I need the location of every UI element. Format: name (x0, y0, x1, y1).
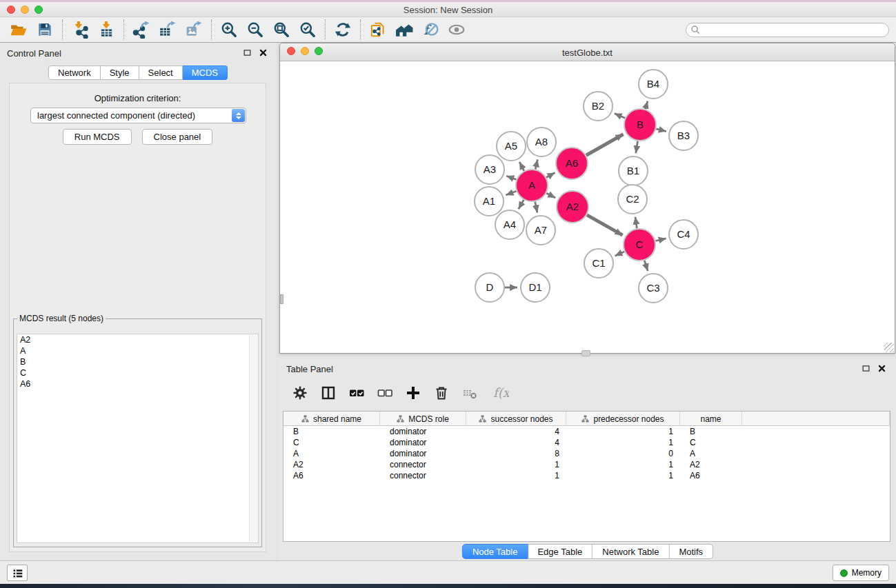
table-row[interactable]: A2connector11A2 (283, 459, 890, 470)
run-mcds-button[interactable]: Run MCDS (63, 129, 132, 145)
task-history-button[interactable] (7, 565, 28, 581)
open-session-button[interactable] (8, 19, 29, 40)
node-C3[interactable]: C3 (639, 274, 668, 303)
tab-motifs[interactable]: Motifs (669, 544, 713, 559)
export-image-button[interactable] (183, 19, 204, 40)
tab-node-table[interactable]: Node Table (462, 544, 528, 559)
node-D[interactable]: D (475, 273, 504, 302)
window-resize-grip[interactable] (884, 343, 894, 352)
edge-B-B2[interactable] (615, 114, 625, 119)
edge-B-B3[interactable] (656, 129, 666, 132)
node-C2[interactable]: C2 (618, 185, 647, 214)
node-A3[interactable]: A3 (475, 155, 504, 184)
edge-A-A5[interactable] (519, 162, 524, 171)
memory-button[interactable]: Memory (833, 565, 889, 581)
mcds-result-item[interactable]: B (17, 356, 258, 367)
node-A7[interactable]: A7 (526, 216, 555, 245)
select-all-button[interactable] (347, 383, 366, 403)
node-A1[interactable]: A1 (475, 187, 504, 216)
edge-C-C1[interactable] (615, 252, 625, 256)
node-B[interactable]: B (624, 109, 656, 141)
table-row[interactable]: Adominator80A (283, 448, 890, 459)
close-table-panel-icon[interactable] (877, 364, 886, 373)
refresh-button[interactable] (332, 19, 353, 40)
clear-selection-button[interactable] (375, 383, 395, 403)
open-recent-session-button[interactable] (368, 19, 388, 40)
toggle-function-button[interactable]: f (420, 19, 441, 40)
table-row[interactable]: A6connector11A6 (283, 470, 890, 481)
edge-A-A6[interactable] (546, 173, 555, 178)
node-C4[interactable]: C4 (669, 220, 698, 249)
close-panel-icon[interactable] (259, 48, 268, 57)
table-row[interactable]: Bdominator41B (283, 426, 890, 437)
column-header-predecessor-nodes[interactable]: predecessor nodes (566, 412, 680, 426)
export-table-button[interactable] (157, 19, 178, 40)
edge-A-A4[interactable] (519, 200, 524, 209)
column-header-successor-nodes[interactable]: successor nodes (466, 412, 566, 426)
node-C[interactable]: C (624, 229, 655, 261)
node-D1[interactable]: D1 (521, 273, 550, 302)
search-input[interactable] (686, 23, 889, 37)
node-A[interactable]: A (516, 170, 548, 201)
node-A5[interactable]: A5 (497, 132, 526, 161)
edge-A6-B[interactable] (586, 134, 624, 155)
tab-edge-table[interactable]: Edge Table (528, 544, 593, 559)
tab-network[interactable]: Network (48, 65, 101, 80)
import-table-button[interactable] (96, 19, 117, 40)
home-button[interactable] (394, 19, 415, 40)
edge-A2-C[interactable] (587, 215, 623, 235)
column-header-shared-name[interactable]: shared name (283, 412, 380, 426)
zoom-selected-button[interactable] (297, 19, 318, 40)
edge-A-A8[interactable] (535, 159, 537, 169)
export-network-button[interactable] (131, 19, 152, 40)
node-A8[interactable]: A8 (527, 128, 556, 156)
edge-A-A1[interactable] (506, 191, 516, 195)
import-network-button[interactable] (70, 19, 90, 40)
edge-C-C3[interactable] (644, 261, 648, 271)
edge-B-B4[interactable] (645, 101, 648, 110)
edge-C-C2[interactable] (635, 217, 637, 229)
mcds-result-item[interactable]: A6 (17, 378, 258, 389)
float-table-panel-icon[interactable] (862, 364, 870, 373)
float-panel-icon[interactable] (243, 48, 252, 57)
column-header-name[interactable]: name (680, 412, 742, 426)
edge-C-C4[interactable] (655, 239, 666, 241)
add-entry-button[interactable] (404, 383, 423, 403)
close-panel-button[interactable]: Close panel (142, 129, 213, 145)
edge-A-A7[interactable] (535, 202, 537, 213)
save-session-button[interactable] (34, 19, 55, 40)
toggle-eye-button[interactable] (446, 19, 467, 40)
edge-A-A2[interactable] (546, 193, 555, 198)
delete-entry-button[interactable] (432, 383, 451, 403)
tab-select[interactable]: Select (139, 65, 183, 80)
column-header-MCDS-role[interactable]: MCDS role (380, 412, 466, 426)
zoom-out-button[interactable] (245, 19, 266, 40)
node-B4[interactable]: B4 (639, 70, 668, 99)
zoom-fit-button[interactable] (271, 19, 292, 40)
node-B2[interactable]: B2 (584, 92, 613, 121)
network-window-titlebar[interactable]: testGlobe.txt (280, 43, 895, 61)
edge-A-A3[interactable] (506, 176, 516, 179)
node-B1[interactable]: B1 (619, 156, 648, 185)
panel-collapse-handle[interactable] (280, 294, 283, 304)
tab-mcds[interactable]: MCDS (183, 65, 228, 80)
gear-button[interactable] (290, 383, 310, 403)
mcds-result-item[interactable]: A (17, 345, 258, 356)
node-B3[interactable]: B3 (669, 121, 698, 150)
network-canvas[interactable]: B4 B2 B B3 A8 A5 A6 A3 B1 A C2 A1 A2 A4 … (280, 61, 895, 353)
edge-B-B1[interactable] (636, 141, 638, 154)
node-C1[interactable]: C1 (584, 249, 613, 278)
node-A2[interactable]: A2 (557, 191, 588, 223)
node-A6[interactable]: A6 (556, 148, 588, 179)
node-A4[interactable]: A4 (495, 210, 524, 239)
table-row[interactable]: Cdominator41C (283, 437, 890, 448)
mcds-result-item[interactable]: C (17, 367, 258, 378)
optimization-select[interactable]: largest connected component (directed) (30, 108, 246, 123)
split-panel-button[interactable] (319, 383, 338, 403)
splitter-handle[interactable] (581, 350, 590, 356)
mcds-result-item[interactable]: A2 (17, 334, 258, 345)
tab-style[interactable]: Style (101, 65, 139, 80)
scrollbar-track[interactable] (249, 334, 258, 543)
tab-network-table[interactable]: Network Table (593, 544, 669, 559)
zoom-in-button[interactable] (219, 19, 239, 40)
